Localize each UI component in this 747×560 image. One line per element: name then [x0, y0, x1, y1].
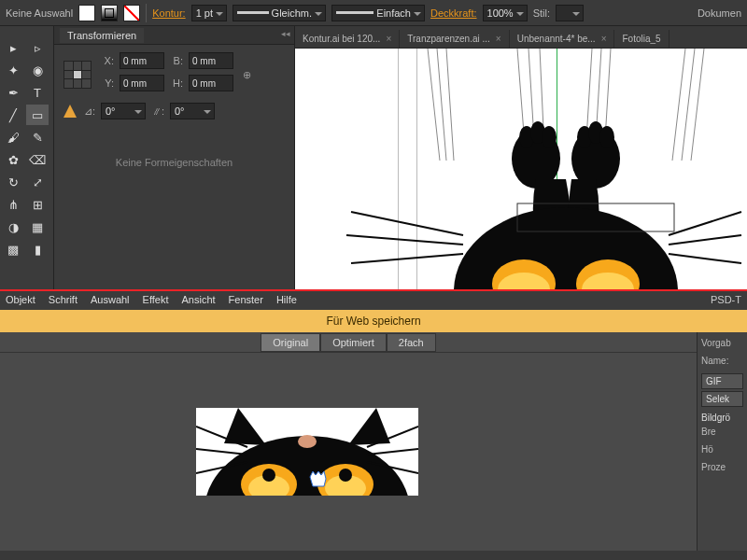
menu-auswahl[interactable]: Auswahl [91, 294, 130, 305]
svg-line-25 [669, 235, 741, 245]
width-label: Bre [701, 427, 743, 437]
h-label: H: [170, 77, 183, 89]
menu-schrift[interactable]: Schrift [49, 294, 78, 305]
style-label: Stil: [533, 7, 550, 19]
no-selection-label: Keine Auswahl [6, 7, 73, 19]
doc-tab[interactable]: Fotolia_5 [614, 30, 669, 48]
svg-point-20 [454, 207, 678, 289]
x-label: X: [101, 55, 114, 66]
panel-collapse-icon[interactable]: ◂◂ [281, 29, 290, 38]
menu-ansicht[interactable]: Ansicht [182, 294, 216, 305]
svg-point-34 [298, 435, 317, 448]
opacity-label[interactable]: Deckkraft: [430, 7, 477, 19]
rectangle-tool[interactable]: ▭ [26, 105, 49, 125]
w-label: B: [170, 55, 183, 66]
shear-input[interactable]: 0° [170, 103, 215, 119]
pen-tool[interactable]: ✒ [2, 82, 24, 103]
line-tool[interactable]: ╱ [2, 105, 24, 125]
svg-point-19 [599, 126, 614, 148]
tab-2fach[interactable]: 2fach [387, 333, 436, 352]
image-size-heading: Bildgrö [701, 413, 743, 423]
y-label: Y: [101, 77, 114, 89]
divider [146, 4, 147, 22]
svg-point-46 [339, 469, 352, 482]
svg-line-23 [351, 254, 463, 263]
width-tool[interactable]: ⋔ [2, 194, 24, 215]
stroke-weight-dropdown[interactable]: 1 pt [191, 5, 227, 21]
type-tool[interactable]: T [26, 82, 49, 103]
transform-panel-tab[interactable]: Transformieren [60, 28, 144, 43]
document-tabs: Kontur.ai bei 120...× Tranzparenzen.ai .… [295, 26, 747, 49]
stroke-dash-dropdown[interactable]: Gleichm. [233, 5, 326, 21]
control-bar: Keine Auswahl Kontur: 1 pt Gleichm. Einf… [0, 0, 747, 26]
h-input[interactable] [189, 75, 233, 91]
rotate-label: ⊿: [82, 105, 95, 118]
preset-label: Vorgab [701, 338, 743, 348]
brand-label: PSD-T [711, 294, 741, 305]
shape-builder-tool[interactable]: ◑ [2, 217, 24, 237]
menu-objekt[interactable]: Objekt [6, 294, 35, 305]
menu-bar: Objekt Schrift Auswahl Effekt Ansicht Fe… [0, 289, 747, 310]
pencil-tool[interactable]: ✎ [26, 127, 49, 147]
style-dropdown[interactable] [556, 5, 584, 21]
svg-line-2 [446, 49, 454, 161]
selection-tool[interactable]: ▸ [2, 37, 24, 58]
preview-pane: Original Optimiert 2fach [0, 332, 697, 551]
direct-selection-tool[interactable]: ▹ [26, 37, 49, 58]
svg-line-22 [346, 235, 463, 245]
rotate-input[interactable]: 0° [101, 103, 146, 119]
menu-effekt[interactable]: Effekt [143, 294, 169, 305]
preview-thumbnail[interactable] [196, 408, 418, 496]
svg-line-26 [669, 254, 741, 263]
stroke-profile-dropdown[interactable]: Einfach [331, 5, 425, 21]
save-for-web-title: Für Web speichern [326, 315, 420, 328]
menu-fenster[interactable]: Fenster [229, 294, 263, 305]
save-options-panel: Vorgab Name: GIF Selek Bildgrö Bre Hö Pr… [697, 332, 747, 551]
height-label: Hö [701, 444, 743, 455]
view-tabs: Original Optimiert 2fach [0, 332, 697, 353]
gradient-tool[interactable]: ▮ [26, 239, 49, 259]
perspective-tool[interactable]: ▦ [26, 217, 49, 237]
preview-artwork [196, 408, 418, 496]
rotate-tool[interactable]: ↻ [2, 172, 24, 192]
artwork-cat [295, 49, 743, 289]
svg-point-43 [262, 469, 275, 482]
menu-hilfe[interactable]: Hilfe [276, 294, 297, 305]
blob-brush-tool[interactable]: ✿ [2, 149, 24, 170]
x-input[interactable] [120, 52, 164, 69]
constrain-icon[interactable]: ⊕ [243, 69, 251, 81]
no-shape-properties-label: Keine Formeigenschaften [63, 157, 285, 168]
selective-button[interactable]: Selek [701, 391, 743, 407]
fill-gradient-swatch[interactable] [101, 5, 118, 21]
stroke-label[interactable]: Kontur: [152, 7, 185, 19]
close-icon[interactable]: × [496, 34, 501, 44]
close-icon[interactable]: × [386, 34, 391, 44]
fill-none-swatch[interactable] [123, 5, 140, 21]
fill-swatch[interactable] [78, 5, 95, 21]
magic-wand-tool[interactable]: ✦ [2, 60, 24, 80]
eraser-tool[interactable]: ⌫ [26, 149, 49, 170]
toolbox: ▸▹ ✦◉ ✒T ╱▭ 🖌✎ ✿⌫ ↻⤢ ⋔⊞ ◑▦ ▩▮ [0, 26, 54, 289]
doc-tab[interactable]: Kontur.ai bei 120...× [295, 30, 400, 48]
opacity-dropdown[interactable]: 100% [483, 5, 528, 21]
canvas[interactable] [295, 49, 747, 289]
free-transform-tool[interactable]: ⊞ [26, 194, 49, 215]
paintbrush-tool[interactable]: 🖌 [2, 127, 24, 147]
scale-tool[interactable]: ⤢ [26, 172, 49, 192]
y-input[interactable] [120, 75, 164, 91]
close-icon[interactable]: × [601, 34, 607, 44]
mesh-tool[interactable]: ▩ [2, 239, 24, 259]
reference-point-selector[interactable] [63, 61, 92, 89]
warning-icon [63, 105, 77, 118]
tab-optimiert[interactable]: Optimiert [320, 333, 387, 352]
format-gif-button[interactable]: GIF [701, 373, 743, 389]
w-input[interactable] [189, 52, 233, 69]
tab-original[interactable]: Original [261, 333, 320, 352]
doc-tab[interactable]: Tranzparenzen.ai ...× [400, 30, 509, 48]
doc-tab[interactable]: Unbenannt-4* be...× [510, 30, 615, 48]
document-setup-label[interactable]: Dokumen [698, 7, 741, 19]
svg-point-16 [542, 126, 557, 148]
lasso-tool[interactable]: ◉ [26, 60, 49, 80]
svg-line-24 [669, 212, 741, 235]
shear-label: ⫽: [151, 105, 164, 117]
